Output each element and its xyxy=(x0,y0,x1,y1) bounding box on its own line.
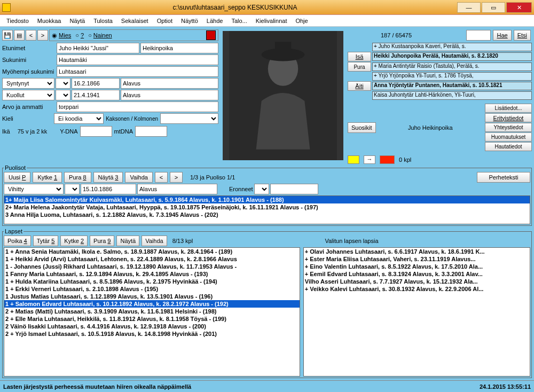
nayta3-button[interactable]: Näytä 3 xyxy=(93,172,123,183)
spouse-list[interactable]: 1+ Maija Liisa Salomonintytär Kuivasmäki… xyxy=(4,195,530,224)
child-item[interactable]: 1 + Salomon Edvard Luhtasaari, s. 10.12.… xyxy=(4,300,300,308)
synt-date[interactable] xyxy=(72,78,120,89)
ydna-input[interactable] xyxy=(80,126,112,137)
menu-tiedosto[interactable]: Tiedosto xyxy=(2,16,33,26)
menu-ohje[interactable]: Ohje xyxy=(291,16,312,26)
menu-optiot[interactable]: Optiot xyxy=(153,16,177,26)
menu-lahde[interactable]: Lähde xyxy=(202,16,227,26)
grandchildren-list[interactable]: + Olavi Johannes Luhtasaari, s. 6.6.1917… xyxy=(303,247,530,377)
aiti-button[interactable]: Äiti xyxy=(348,81,371,91)
etsi-button[interactable]: Etsi xyxy=(514,30,531,41)
child-item[interactable]: 2 + Yrjö Ismael Luhtasaari, s. 10.5.1918… xyxy=(4,330,300,338)
vihitty-select[interactable]: Vihitty xyxy=(4,184,64,194)
parent-line-4[interactable]: Anna Yrjöntytär Puntanen, Hautamäki, s. … xyxy=(372,82,532,90)
pura9-button[interactable]: Pura 9 xyxy=(90,236,114,246)
kuol-qual[interactable] xyxy=(56,90,70,100)
vaihda-spouse-button[interactable]: Vaihda xyxy=(125,172,152,183)
vihitty-place[interactable] xyxy=(137,184,217,194)
child-item[interactable]: 1 + Heikki Arvid (Arvi) Luhtasaari, Leht… xyxy=(4,255,300,263)
menu-naytto[interactable]: Näyttö xyxy=(177,16,202,26)
parent-line-5[interactable]: Kaisa Juhontytär Lahti-Härkönen, Yli-Tuu… xyxy=(372,91,532,100)
child-item[interactable]: 2 Väinö Iisakki Luhtasaari, s. 4.4.1916 … xyxy=(4,323,300,330)
parent-line-0[interactable]: + Juho Kustaanpoika Kaveri, Perälä, s. xyxy=(372,43,532,51)
kuollut-select[interactable]: Kuollut xyxy=(2,90,54,100)
child-item[interactable]: 2 + Elle Maria Luhtasaari, Heikkilä, s. … xyxy=(4,315,300,323)
mtdna-input[interactable] xyxy=(135,126,167,137)
menu-kielivalinnat[interactable]: Kielivalinnat xyxy=(252,16,292,26)
car-icon[interactable] xyxy=(348,155,359,164)
suosikit-button[interactable]: Suosikit xyxy=(348,122,376,133)
parent-line-2[interactable]: + Maria Antintytär Raisio (Tastula), Per… xyxy=(372,62,532,71)
yhteystiedot-button[interactable]: Yhteystiedot xyxy=(485,123,532,132)
etunimet-input[interactable] xyxy=(57,43,139,53)
kytke2-button[interactable]: Kytke 2 xyxy=(60,236,88,246)
isa-button[interactable]: Isä xyxy=(348,52,371,61)
grandchild-item[interactable]: + Eemil Edvard Luhtasaari, s. 8.3.1924 A… xyxy=(304,270,530,278)
hautatiedot-button[interactable]: Hautatiedot xyxy=(485,142,532,151)
pura8-button[interactable]: Pura 8 xyxy=(64,172,91,183)
vih-qual[interactable] xyxy=(65,184,80,194)
next-button[interactable]: > xyxy=(37,30,48,41)
spouse-prev[interactable]: < xyxy=(155,172,168,183)
menu-sekalaiset[interactable]: Sekalaiset xyxy=(117,16,153,26)
menu-tulosta[interactable]: Tulosta xyxy=(89,16,117,26)
person-photo[interactable] xyxy=(223,31,343,160)
sukunimi-input[interactable] xyxy=(57,54,218,65)
lisatiedot-button[interactable]: Lisätiedot... xyxy=(485,104,532,113)
vihitty-date[interactable] xyxy=(81,184,136,194)
synt-qual[interactable] xyxy=(56,78,70,89)
spouse-item-0[interactable]: 1+ Maija Liisa Salomonintytär Kuivasmäki… xyxy=(4,196,530,203)
eronneet-date[interactable] xyxy=(270,184,318,194)
grandchild-item[interactable]: + Olavi Johannes Luhtasaari, s. 6.6.1917… xyxy=(304,248,530,255)
child-item[interactable]: 1 - Johannes (Jussi) Rikhard Luhtasaari,… xyxy=(4,263,300,270)
perheteksti-button[interactable]: Perheteksti xyxy=(477,172,530,183)
synt-place[interactable] xyxy=(121,78,218,89)
pura-button[interactable]: Pura xyxy=(348,62,371,72)
menu-nayta[interactable]: Näytä xyxy=(65,16,89,26)
patronym-input[interactable] xyxy=(140,43,218,53)
child-item[interactable]: 2 + Matias (Matti) Luhtasaari, s. 3.9.19… xyxy=(4,308,300,315)
tytar5-button[interactable]: Tytär 5 xyxy=(33,236,59,246)
hae-button[interactable]: Hae xyxy=(493,30,511,41)
kuol-place[interactable] xyxy=(121,90,218,100)
gender-unknown[interactable]: ○ ? xyxy=(75,32,84,38)
grandchild-item[interactable]: + Veikko Kalevi Luhtasaari, s. 30.8.1932… xyxy=(304,285,530,293)
maximize-button[interactable]: ▭ xyxy=(482,2,505,13)
arrow-button[interactable]: → xyxy=(364,155,375,164)
child-item[interactable]: 1 + Anna Senia Hautamäki, Ikola e. Salmo… xyxy=(4,248,300,255)
gender-mies[interactable]: ◉ Mies xyxy=(52,32,71,39)
huomautukset-button[interactable]: Huomautukset xyxy=(485,132,532,142)
parent-line-1[interactable]: Heikki Juhonpoika Perälä, Hautamäki, s. … xyxy=(372,52,532,61)
syntynyt-select[interactable]: Syntynyt xyxy=(2,78,54,89)
nayta-child-button[interactable]: Näytä xyxy=(116,236,139,246)
phone-icon[interactable] xyxy=(380,155,395,164)
uusi-p-button[interactable]: Uusi P xyxy=(4,172,30,183)
child-item[interactable]: 1 + Hulda Katariina Luhtasaari, s. 8.5.1… xyxy=(4,278,300,285)
close-button[interactable]: ✕ xyxy=(506,2,532,13)
kieli-select[interactable]: Ei koodia xyxy=(54,113,104,124)
child-item[interactable]: 1 Justus Matias Luhtasaari, s. 1.12.1899… xyxy=(4,293,300,300)
menu-talo[interactable]: Talo... xyxy=(227,16,251,26)
poika4-button[interactable]: Poika 4 xyxy=(4,236,31,246)
kytke1-button[interactable]: Kytke 1 xyxy=(33,172,62,183)
spouse-item-2[interactable]: 3 Anna Hilja Luoma, Luhtasaari, s. 1.2.1… xyxy=(4,211,530,218)
spouse-item-1[interactable]: 2+ Maria Helena Jaakontytär Vataja, Luht… xyxy=(4,203,530,211)
grandchild-item[interactable]: + Eino Valentin Luhtasaari, s. 8.5.1922 … xyxy=(304,263,530,270)
save-icon[interactable]: 💾 xyxy=(2,30,13,41)
grandchild-item[interactable]: + Ester Maria Eliisa Luhtasaari, Vaheri,… xyxy=(304,255,530,263)
child-item[interactable]: 1 Fanny Maria Luhtasaari, s. 12.9.1894 A… xyxy=(4,270,300,278)
parent-line-3[interactable]: + Yrjö Yrjönpoika Yli-Tuuri, s. 1786 Töy… xyxy=(372,72,532,81)
vaihda-child-button[interactable]: Vaihda xyxy=(142,236,167,246)
myoh-input[interactable] xyxy=(57,66,218,77)
arvo-input[interactable] xyxy=(57,101,218,112)
prev-button[interactable]: < xyxy=(26,30,36,41)
goto-input[interactable] xyxy=(466,30,491,41)
child-item[interactable]: 1 + Erkki Verneri Luhtasaari, s. 2.10.18… xyxy=(4,285,300,293)
minimize-button[interactable]: — xyxy=(457,2,481,13)
spouse-next[interactable]: > xyxy=(170,172,183,183)
ero-qual[interactable] xyxy=(254,184,269,194)
gender-nainen[interactable]: ○ Nainen xyxy=(88,32,112,38)
grandchild-item[interactable]: Vilho Asseri Luhtasaari, s. 7.7.1927 Ala… xyxy=(304,278,530,285)
erityistiedot-button[interactable]: Erityistiedot xyxy=(485,113,532,122)
kaksonen-select[interactable] xyxy=(160,113,218,124)
